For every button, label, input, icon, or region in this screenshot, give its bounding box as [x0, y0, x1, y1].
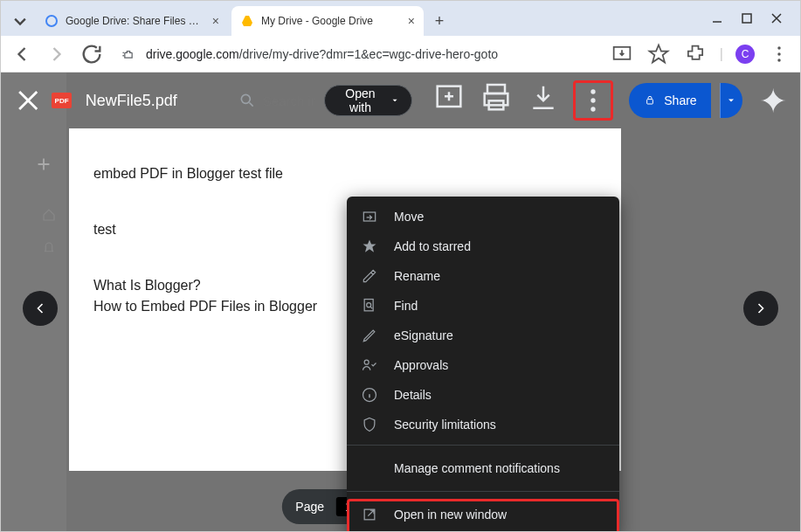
home-icon	[41, 207, 57, 223]
share-dropdown[interactable]	[720, 83, 742, 118]
page-label: Page	[295, 500, 324, 514]
menu-item-find[interactable]: Find	[347, 291, 619, 321]
svg-point-16	[591, 107, 596, 111]
tab-close-icon[interactable]: ×	[212, 14, 219, 28]
close-preview-button[interactable]	[13, 83, 43, 118]
menu-item-notifications[interactable]: Manage comment notifications	[347, 451, 619, 486]
tab-title: My Drive - Google Drive	[261, 15, 401, 27]
drive-favicon-icon	[240, 14, 254, 28]
svg-rect-20	[363, 212, 375, 221]
install-app-icon[interactable]	[610, 42, 634, 66]
maximize-button[interactable]	[741, 12, 753, 24]
pdf-badge-icon: PDF	[52, 93, 71, 108]
svg-point-14	[591, 89, 596, 93]
more-actions-button[interactable]	[573, 80, 613, 121]
svg-point-6	[777, 46, 781, 50]
menu-label: Approvals	[394, 358, 448, 372]
tab-close-icon[interactable]: ×	[408, 14, 415, 28]
browser-menu-icon[interactable]	[767, 42, 791, 66]
svg-point-23	[364, 360, 369, 364]
next-file-button[interactable]	[743, 291, 778, 326]
bookmark-icon[interactable]	[646, 42, 671, 66]
forward-button[interactable]	[45, 42, 69, 66]
print-icon[interactable]	[479, 80, 514, 115]
shield-icon	[361, 416, 378, 433]
menu-label: Details	[394, 388, 432, 402]
share-label: Share	[664, 93, 696, 107]
menu-item-rename[interactable]: Rename	[347, 261, 619, 291]
more-actions-menu: Move Add to starred Rename Find eSignatu…	[347, 197, 619, 532]
menu-label: eSignature	[394, 328, 453, 342]
rename-icon	[361, 267, 378, 285]
menu-item-move[interactable]: Move	[347, 202, 619, 231]
close-window-button[interactable]	[770, 12, 783, 24]
menu-label: Manage comment notifications	[394, 461, 560, 475]
menu-item-security[interactable]: Security limitations	[347, 410, 619, 439]
open-with-button[interactable]: Open with	[324, 85, 412, 116]
preview-search[interactable]	[238, 92, 315, 109]
drive-side-icons	[41, 207, 57, 256]
prev-file-button[interactable]	[23, 291, 58, 326]
open-external-icon	[361, 506, 378, 523]
menu-item-open-new-window[interactable]: Open in new window	[347, 497, 619, 532]
menu-item-details[interactable]: Details	[347, 380, 619, 410]
svg-rect-2	[742, 14, 751, 23]
url-text: drive.google.com/drive/my-drive?dmr=1&ec…	[146, 47, 498, 61]
svg-point-4	[122, 52, 124, 53]
svg-rect-17	[647, 100, 653, 104]
approvals-icon	[361, 356, 378, 374]
doc-line: embed PDF in Blogger test file	[93, 163, 597, 184]
menu-separator	[347, 445, 619, 446]
reload-button[interactable]	[79, 42, 104, 66]
svg-rect-21	[364, 300, 373, 311]
back-button[interactable]	[10, 42, 34, 66]
menu-label: Security limitations	[394, 418, 496, 432]
google-favicon-icon	[45, 14, 59, 28]
tabs-dropdown[interactable]	[8, 9, 32, 33]
new-tab-button[interactable]: +	[427, 9, 452, 33]
menu-label: Rename	[394, 269, 440, 283]
toolbar-right: | C	[610, 42, 791, 66]
profile-avatar[interactable]: C	[735, 45, 755, 64]
share-button[interactable]: Share	[629, 83, 710, 118]
preview-toolbar: PDF NewFile5.pdf Open with Share	[1, 73, 800, 128]
tab-strip: Google Drive: Share Files Online × My Dr…	[8, 1, 701, 36]
open-with-label: Open with	[337, 86, 383, 114]
svg-point-7	[777, 52, 781, 56]
bell-icon	[41, 240, 57, 256]
svg-rect-11	[487, 85, 505, 93]
gemini-icon[interactable]	[758, 83, 788, 118]
minimize-button[interactable]	[711, 12, 723, 24]
menu-item-star[interactable]: Add to starred	[347, 231, 619, 261]
add-comment-icon[interactable]	[432, 80, 466, 115]
site-info-icon[interactable]	[120, 45, 137, 63]
info-icon	[361, 386, 378, 404]
window-controls	[701, 12, 793, 24]
menu-item-esignature[interactable]: eSignature	[347, 321, 619, 350]
preview-action-icons	[432, 80, 613, 121]
new-button-icon	[34, 155, 53, 174]
app-area: embed PDF in Blogger test file test What…	[1, 73, 800, 532]
download-icon[interactable]	[526, 80, 561, 115]
svg-point-9	[241, 94, 250, 103]
svg-point-15	[591, 98, 596, 102]
tab-google-drive-marketing[interactable]: Google Drive: Share Files Online ×	[36, 6, 228, 36]
svg-point-0	[46, 16, 57, 26]
tab-my-drive[interactable]: My Drive - Google Drive ×	[231, 6, 424, 36]
tab-title: Google Drive: Share Files Online	[66, 15, 205, 27]
move-icon	[361, 208, 378, 225]
extensions-icon[interactable]	[683, 42, 708, 66]
address-bar[interactable]: drive.google.com/drive/my-drive?dmr=1&ec…	[114, 45, 599, 63]
find-icon	[361, 297, 378, 314]
menu-item-approvals[interactable]: Approvals	[347, 350, 619, 380]
search-input[interactable]	[263, 93, 315, 108]
browser-titlebar: Google Drive: Share Files Online × My Dr…	[1, 1, 800, 36]
menu-label: Move	[394, 210, 424, 224]
svg-point-8	[777, 59, 781, 62]
star-icon	[361, 238, 378, 255]
menu-label: Open in new window	[394, 508, 507, 522]
preview-filename: NewFile5.pdf	[86, 92, 177, 110]
menu-label: Add to starred	[394, 239, 471, 253]
pen-icon	[361, 327, 378, 344]
menu-separator	[347, 491, 619, 492]
